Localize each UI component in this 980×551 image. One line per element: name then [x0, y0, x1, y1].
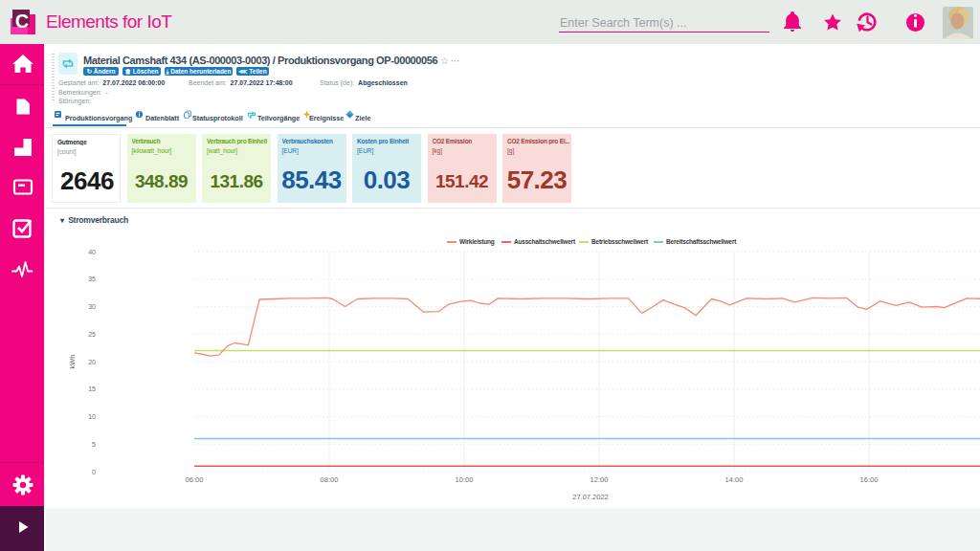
svg-text:10: 10 [88, 413, 96, 420]
svg-text:14:00: 14:00 [725, 475, 744, 484]
svg-text:20: 20 [88, 359, 96, 365]
svg-text:08:00: 08:00 [321, 475, 339, 484]
svg-text:16:00: 16:00 [860, 475, 879, 484]
svg-text:kWh: kWh [68, 355, 77, 369]
svg-text:12:00: 12:00 [590, 475, 609, 484]
svg-text:15: 15 [88, 386, 96, 392]
svg-text:06:00: 06:00 [186, 475, 204, 484]
svg-text:27.07.2022: 27.07.2022 [572, 493, 609, 501]
svg-text:5: 5 [92, 441, 96, 448]
svg-text:40: 40 [88, 249, 96, 255]
svg-text:10:00: 10:00 [456, 475, 474, 484]
svg-text:35: 35 [88, 276, 96, 282]
svg-text:0: 0 [92, 469, 96, 475]
svg-text:30: 30 [88, 303, 96, 310]
svg-text:25: 25 [88, 331, 96, 338]
